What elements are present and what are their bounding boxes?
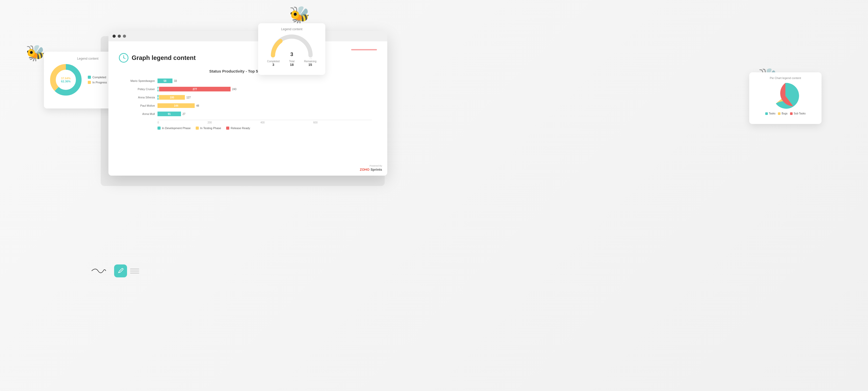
h-lines	[130, 269, 139, 273]
x-axis-200: 200	[208, 121, 212, 124]
bar-seg-petey-red: 277	[159, 87, 230, 91]
pie-chart	[753, 82, 817, 110]
browser-dot-1	[113, 35, 116, 38]
bar-track-anna-m: 91 27	[157, 112, 372, 116]
bar-seg-annas-teal: 4	[157, 95, 158, 100]
bar-track-paul: 144 48	[157, 103, 372, 108]
bar-label-anna-s: Anna Sthesia	[124, 96, 155, 99]
pie-subtasks-label: Sub Tasks	[794, 112, 806, 115]
bar-track-petey: 4 277 243	[157, 87, 372, 91]
gauge-total-label: Total	[289, 60, 294, 63]
x-axis-600: 600	[313, 121, 317, 124]
bar-seg-paul-yellow: 144	[157, 103, 195, 108]
bar-label-petey: Petey Cruiser	[124, 88, 155, 91]
gauge-completed: Completed 3	[267, 60, 279, 67]
bar-label-mario: Mario Speedwagon	[124, 79, 155, 82]
donut-chart: 37.64% 62.36%	[49, 63, 83, 97]
donut-legend-inprogress: In Progress	[88, 81, 107, 84]
gauge-remaining-label: Remaining	[304, 60, 316, 63]
browser-dot-3	[123, 35, 126, 38]
hline-3	[130, 273, 139, 273]
pie-tasks-dot	[765, 112, 768, 115]
bar-label-anna-m: Anna Mull	[124, 112, 155, 115]
donut-completed-dot	[88, 76, 91, 79]
chart-header: Graph legend content	[119, 53, 377, 63]
chart-subtitle: Status Productivity - Top 5 engaged user…	[119, 69, 377, 73]
bar-label-paul: Paul Molive	[124, 104, 155, 107]
bar-seg-annam-teal: 91	[157, 112, 181, 116]
legend-test-phase: In Testing Phase	[196, 126, 221, 130]
pie-legend-bugs: Bugs	[778, 112, 787, 115]
donut-completed-label: Completed	[92, 76, 106, 79]
browser-content: Graph legend content Status Productivity…	[108, 41, 387, 138]
gauge-total: Total 18	[289, 60, 294, 67]
bar-row-petey: Petey Cruiser 4 277 243	[124, 87, 372, 91]
legend-dev-label: In Development Phase	[162, 126, 190, 130]
chart-title: Graph legend content	[132, 54, 196, 61]
pencil-icon-box	[114, 265, 127, 277]
pie-bugs-dot	[778, 112, 780, 115]
gauge-remaining: Remaining 15	[304, 60, 316, 67]
gauge-card: Legend content 3 0 18 Completed 3 Total …	[258, 23, 325, 75]
bar-paul-after: 48	[196, 104, 199, 107]
bar-seg-mario-teal: 58	[157, 79, 173, 83]
bar-track-anna-s: 4 100 127	[157, 95, 372, 100]
donut-legend: Completed In Progress	[88, 76, 107, 84]
pie-subtasks-dot	[790, 112, 793, 115]
legend-test-label: In Testing Phase	[200, 126, 221, 130]
bar-row-mario: Mario Speedwagon 58 33	[124, 79, 372, 83]
bar-chart: Mario Speedwagon 58 33 Petey Cruiser 4 2…	[119, 79, 377, 130]
bar-row-anna-s: Anna Sthesia 4 100 127	[124, 95, 372, 100]
x-axis-0: 0	[157, 121, 159, 124]
legend-dev-phase: In Development Phase	[157, 126, 190, 130]
pie-tasks-label: Tasks	[769, 112, 776, 115]
bee-top-left: 🐝	[26, 44, 45, 62]
pie-bugs-label: Bugs	[781, 112, 787, 115]
donut-legend-completed: Completed	[88, 76, 107, 79]
donut-pct-green: 62.36%	[61, 80, 70, 83]
browser-dot-2	[118, 35, 121, 38]
bar-seg-annas-yellow: 100	[159, 95, 185, 100]
chart-icon	[119, 53, 129, 63]
bar-row-paul: Paul Molive 144 48	[124, 103, 372, 108]
browser-titlebar	[108, 31, 387, 41]
donut-pct-yellow: 37.64%	[61, 77, 70, 80]
gauge-completed-label: Completed	[267, 60, 279, 63]
bar-annam-after: 27	[183, 113, 185, 115]
browser-window: Graph legend content Status Productivity…	[108, 31, 387, 176]
svg-point-9	[123, 57, 124, 58]
chart-legend: In Development Phase In Testing Phase Re…	[157, 126, 372, 130]
donut-inprogress-dot	[88, 81, 91, 84]
bar-annas-after: 127	[186, 96, 191, 99]
svg-text:18: 18	[309, 58, 312, 59]
pie-legend-tasks: Tasks	[765, 112, 776, 115]
bee-top-right: 🐝	[289, 5, 310, 25]
x-axis-400: 400	[260, 121, 265, 124]
legend-release-label: Release Ready	[230, 126, 250, 130]
pie-card: Pie Chart legend content Tasks Bugs Sub …	[749, 72, 822, 124]
pie-legend: Tasks Bugs Sub Tasks	[753, 112, 817, 115]
gauge-stats: Completed 3 Total 18 Remaining 15	[262, 60, 321, 67]
hline-2	[130, 271, 139, 271]
bar-mario-after: 33	[174, 80, 177, 82]
gauge-completed-value: 3	[267, 63, 279, 67]
bar-seg-petey-teal: 4	[157, 87, 158, 91]
hline-1	[130, 269, 139, 269]
gauge-chart: 3 0 18	[262, 33, 321, 59]
gauge-remaining-value: 15	[304, 63, 316, 67]
bar-petey-after: 243	[232, 88, 237, 91]
legend-release-dot	[226, 126, 229, 130]
legend-dev-dot	[157, 126, 161, 130]
pie-legend-subtasks: Sub Tasks	[790, 112, 806, 115]
pencil-icon	[117, 268, 124, 274]
svg-text:0: 0	[272, 58, 274, 59]
gauge-total-value: 18	[289, 63, 294, 67]
pencil-container	[90, 265, 139, 277]
swirl-decoration	[90, 266, 111, 276]
pie-card-title: Pie Chart legend content	[753, 77, 817, 80]
legend-release-ready: Release Ready	[226, 126, 250, 130]
bar-row-anna-m: Anna Mull 91 27	[124, 112, 372, 116]
donut-inprogress-label: In Progress	[92, 81, 107, 84]
svg-text:3: 3	[290, 51, 293, 57]
gauge-card-title: Legend content	[262, 27, 321, 31]
